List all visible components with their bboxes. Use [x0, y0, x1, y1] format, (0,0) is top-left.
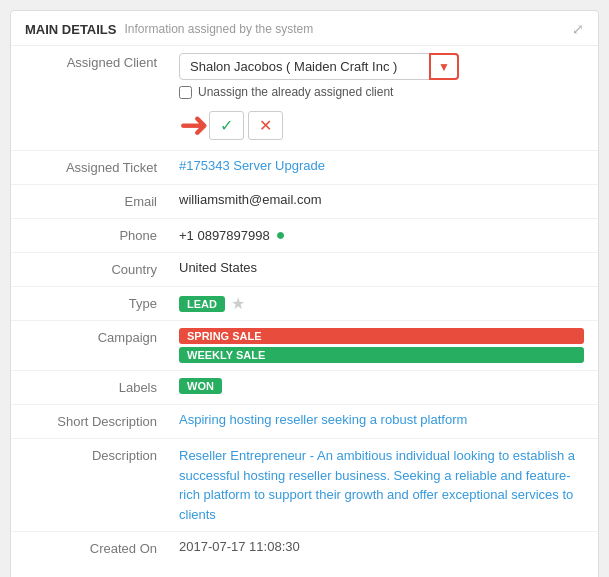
description-row: Description Reseller Entrepreneur - An a…: [11, 439, 598, 532]
dropdown-arrow[interactable]: ▼: [429, 53, 459, 80]
short-desc-value: Aspiring hosting reseller seeking a robu…: [171, 405, 598, 439]
created-on-value: 2017-07-17 11:08:30: [171, 532, 598, 566]
client-select-box[interactable]: Shalon Jacobos ( Maiden Craft Inc ) ▼: [179, 53, 459, 80]
phone-number: +1 0897897998: [179, 228, 270, 243]
email-value: williamsmith@email.com: [171, 185, 598, 219]
phone-label: Phone: [11, 219, 171, 253]
labels-row: Labels WON: [11, 371, 598, 405]
assigned-client-value: Shalon Jacobos ( Maiden Craft Inc ) ▼ Un…: [171, 46, 598, 151]
short-desc-row: Short Description Aspiring hosting resel…: [11, 405, 598, 439]
phone-content: +1 0897897998 ●: [179, 226, 584, 244]
unassign-row: Unassign the already assigned client: [179, 85, 584, 99]
assigned-ticket-row: Assigned Ticket #175343 Server Upgrade: [11, 151, 598, 185]
details-table: Assigned Client Shalon Jacobos ( Maiden …: [11, 46, 598, 565]
phone-value: +1 0897897998 ●: [171, 219, 598, 253]
email-label: Email: [11, 185, 171, 219]
confirm-button[interactable]: ✓: [209, 111, 244, 140]
country-row: Country United States: [11, 253, 598, 287]
phone-row: Phone +1 0897897998 ●: [11, 219, 598, 253]
email-row: Email williamsmith@email.com: [11, 185, 598, 219]
weekly-sale-badge: WEEKLY SALE: [179, 347, 584, 363]
expand-icon[interactable]: ⤢: [572, 21, 584, 37]
country-text: United States: [179, 260, 257, 275]
card-header: MAIN DETAILS Information assigned by the…: [11, 11, 598, 46]
email-text: williamsmith@email.com: [179, 192, 322, 207]
type-row: Type LEAD ★: [11, 287, 598, 321]
assigned-ticket-label: Assigned Ticket: [11, 151, 171, 185]
campaign-value: SPRING SALE WEEKLY SALE: [171, 321, 598, 371]
type-badge: LEAD: [179, 296, 225, 312]
campaign-label: Campaign: [11, 321, 171, 371]
spring-sale-badge: SPRING SALE: [179, 328, 584, 344]
card-subtitle: Information assigned by the system: [124, 22, 313, 36]
cancel-button[interactable]: ✕: [248, 111, 283, 140]
client-select-text: Shalon Jacobos ( Maiden Craft Inc ): [190, 59, 397, 74]
country-label: Country: [11, 253, 171, 287]
campaign-row: Campaign SPRING SALE WEEKLY SALE: [11, 321, 598, 371]
short-desc-label: Short Description: [11, 405, 171, 439]
country-value: United States: [171, 253, 598, 287]
unassign-label: Unassign the already assigned client: [198, 85, 393, 99]
created-on-label: Created On: [11, 532, 171, 566]
assigned-client-label: Assigned Client: [11, 46, 171, 151]
card-title: MAIN DETAILS: [25, 22, 116, 37]
won-badge: WON: [179, 378, 222, 394]
type-value: LEAD ★: [171, 287, 598, 321]
ticket-link[interactable]: #175343 Server Upgrade: [179, 158, 325, 173]
labels-value: WON: [171, 371, 598, 405]
whatsapp-icon[interactable]: ●: [276, 226, 286, 244]
right-arrow-icon: ➜: [179, 107, 209, 143]
main-details-card: MAIN DETAILS Information assigned by the…: [10, 10, 599, 577]
type-label: Type: [11, 287, 171, 321]
description-text: Reseller Entrepreneur - An ambitious ind…: [179, 448, 575, 522]
description-label: Description: [11, 439, 171, 532]
assigned-ticket-value: #175343 Server Upgrade: [171, 151, 598, 185]
campaign-badges: SPRING SALE WEEKLY SALE: [179, 328, 584, 363]
type-content: LEAD ★: [179, 294, 584, 313]
action-row: ➜ ✓ ✕: [179, 107, 584, 143]
client-select-wrapper: Shalon Jacobos ( Maiden Craft Inc ) ▼: [179, 53, 584, 80]
created-on-text: 2017-07-17 11:08:30: [179, 539, 300, 554]
star-icon[interactable]: ★: [231, 294, 245, 313]
short-desc-text: Aspiring hosting reseller seeking a robu…: [179, 412, 467, 427]
created-on-row: Created On 2017-07-17 11:08:30: [11, 532, 598, 566]
unassign-checkbox[interactable]: [179, 86, 192, 99]
labels-label: Labels: [11, 371, 171, 405]
assigned-client-row: Assigned Client Shalon Jacobos ( Maiden …: [11, 46, 598, 151]
description-value: Reseller Entrepreneur - An ambitious ind…: [171, 439, 598, 532]
